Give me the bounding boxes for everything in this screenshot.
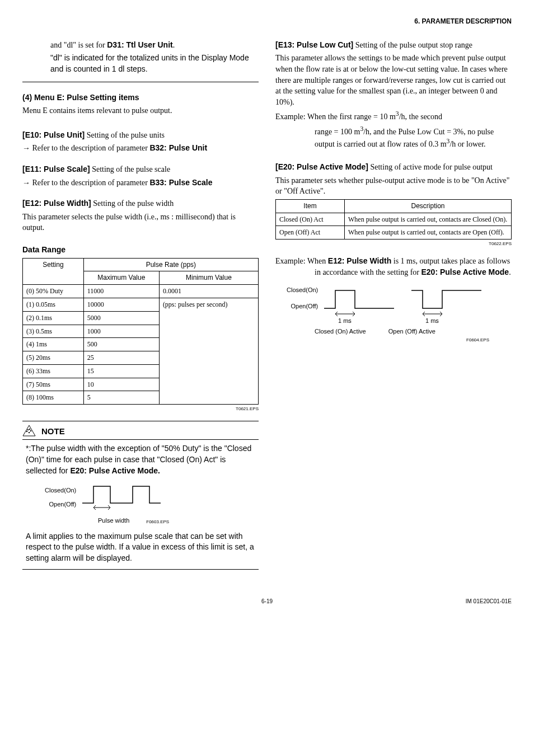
e13-example-line2: range = 100 m3/h, and the Pulse Low Cut … bbox=[275, 125, 512, 150]
note-body-2: A limit applies to the maximum pulse sca… bbox=[26, 531, 255, 564]
e12-line: [E12: Pulse Width] Setting of the pulse … bbox=[22, 198, 259, 209]
e11-line: [E11: Pulse Scale] Setting of the pulse … bbox=[22, 164, 259, 175]
e10-rest: Setting of the pulse units bbox=[85, 131, 165, 139]
cell: (4) 1ms bbox=[23, 338, 84, 351]
e11-head: [E11: Pulse Scale] bbox=[22, 165, 90, 173]
page-footer: 6-19 IM 01E20C01-01E bbox=[22, 598, 512, 605]
table-row: Open (Off) Act When pulse output is carr… bbox=[276, 226, 512, 240]
cell: (7) 50ms bbox=[23, 378, 84, 391]
ex20b: E12: Pulse Width bbox=[328, 256, 391, 265]
e20-example: Example: When E12: Pulse Width is 1 ms, … bbox=[275, 256, 512, 278]
svg-point-3 bbox=[29, 429, 30, 430]
fig-closed-label: Closed(On) bbox=[45, 486, 76, 495]
open-active-waveform-icon: 1 ms bbox=[409, 286, 493, 325]
cell: 500 bbox=[83, 338, 159, 351]
intro-line-2: "dl" is indicated for the totalized unit… bbox=[50, 53, 259, 74]
intro1a: and "dl" is set for bbox=[50, 41, 107, 49]
svg-point-2 bbox=[27, 429, 29, 430]
pulse-waveform-icon bbox=[79, 481, 175, 514]
ex20e: . bbox=[509, 268, 511, 276]
page-number: 6-19 bbox=[185, 598, 348, 605]
intro1b: D31: Ttl User Unit bbox=[107, 40, 172, 49]
e20-para: This parameter sets whether pulse-output… bbox=[275, 175, 512, 197]
im-code: IM 01E20C01-01E bbox=[349, 598, 512, 605]
e12-rest: Setting of the pulse width bbox=[91, 199, 174, 208]
cell: (2) 0.1ms bbox=[23, 311, 84, 325]
cell: 0.0001 bbox=[159, 285, 258, 298]
table2-eps: T0622.EPS bbox=[275, 241, 512, 247]
intro1c: . bbox=[173, 41, 175, 49]
active-mode-table: Item Description Closed (On) Act When pu… bbox=[275, 199, 512, 240]
th-item: Item bbox=[276, 199, 345, 213]
e11-ref: → Refer to the description of parameter … bbox=[22, 177, 259, 189]
e11-ref1: Refer to the description of parameter bbox=[30, 179, 149, 187]
e11-rest: Setting of the pulse scale bbox=[90, 165, 170, 173]
cell: When pulse output is carried out, contac… bbox=[345, 213, 512, 226]
note-label: NOTE bbox=[41, 425, 65, 437]
intro-line-1: and "dl" is set for D31: Ttl User Unit. bbox=[50, 40, 259, 51]
e20-rest: Setting of active mode for pulse output bbox=[368, 163, 493, 171]
cell: 15 bbox=[83, 364, 159, 378]
svg-point-4 bbox=[30, 430, 31, 431]
e11-ref2: B33: Pulse Scale bbox=[149, 178, 212, 187]
th-min: Minimum Value bbox=[159, 271, 258, 285]
cell: (5) 20ms bbox=[23, 351, 84, 365]
ex2c: /h or lower. bbox=[449, 140, 485, 148]
note-triangle-icon bbox=[22, 425, 36, 437]
e20-head: [E20: Pulse Active Mode] bbox=[275, 162, 368, 171]
menu-e-heading: (4) Menu E: Pulse Setting items bbox=[22, 92, 259, 104]
cell: (1) 0.05ms bbox=[23, 298, 84, 311]
e12-para: This parameter selects the pulse width (… bbox=[22, 212, 259, 233]
cell: 1000 bbox=[83, 325, 159, 338]
svg-point-5 bbox=[29, 432, 30, 433]
svg-marker-0 bbox=[23, 425, 35, 436]
fig2-open-active: Open (Off) Active bbox=[388, 327, 435, 336]
fig-eps: F0603.EPS bbox=[146, 519, 169, 525]
cell: Open (Off) Act bbox=[276, 226, 345, 240]
menu-e-desc: Menu E contains items relevant to pulse … bbox=[22, 105, 259, 116]
cell: (pps: pulses per second) bbox=[159, 298, 258, 404]
svg-point-1 bbox=[26, 431, 27, 432]
note-body1-bold: E20: Pulse Active Mode. bbox=[70, 466, 160, 475]
cell: (6) 33ms bbox=[23, 364, 84, 378]
cell: 10 bbox=[83, 378, 159, 391]
cell: (0) 50% Duty bbox=[23, 285, 84, 298]
cell: Closed (On) Act bbox=[276, 213, 345, 226]
left-column: and "dl" is set for D31: Ttl User Unit. … bbox=[22, 37, 259, 576]
fig2-closed-active: Closed (On) Active bbox=[315, 327, 366, 336]
e13-example-line1: Example: When the first range = 10 m3/h,… bbox=[275, 110, 512, 122]
e12-head: [E12: Pulse Width] bbox=[22, 199, 91, 208]
e13-para: This parameter allows the settings to be… bbox=[275, 53, 512, 107]
fig2-closed: Closed(On) bbox=[287, 286, 318, 294]
table1-eps: T0621.EPS bbox=[22, 406, 259, 412]
cell: (3) 0.5ms bbox=[23, 325, 84, 338]
cell: 5 bbox=[83, 391, 159, 405]
cell: When pulse output is carried out, contac… bbox=[345, 226, 512, 240]
cell: (8) 100ms bbox=[23, 391, 84, 405]
table-row: (0) 50% Duty 11000 0.0001 bbox=[23, 285, 259, 298]
cell: 11000 bbox=[83, 285, 159, 298]
closed-active-waveform-icon: 1 ms bbox=[321, 286, 405, 325]
th-desc: Description bbox=[345, 199, 512, 213]
ex20a: Example: When bbox=[275, 257, 328, 265]
e10-head: [E10: Pulse Unit] bbox=[22, 130, 85, 139]
cell: 5000 bbox=[83, 311, 159, 325]
cell: 25 bbox=[83, 351, 159, 365]
pulse-rate-table: Setting Pulse Rate (pps) Maximum Value M… bbox=[22, 258, 259, 405]
e10-line: [E10: Pulse Unit] Setting of the pulse u… bbox=[22, 130, 259, 141]
e10-ref1: Refer to the description of parameter bbox=[30, 144, 149, 152]
e10-ref: → Refer to the description of parameter … bbox=[22, 143, 259, 154]
fig2-ms-1: 1 ms bbox=[338, 317, 352, 324]
fig2-open: Open(Off) bbox=[287, 302, 318, 311]
e13-rest: Setting of the pulse output stop range bbox=[353, 41, 472, 49]
ex1a: Example: When the first range = 10 m bbox=[275, 112, 396, 121]
fig2-eps: F0604.EPS bbox=[275, 337, 489, 343]
right-column: [E13: Pulse Low Cut] Setting of the puls… bbox=[275, 37, 512, 576]
th-setting: Setting bbox=[23, 258, 84, 285]
ex20d: E20: Pulse Active Mode bbox=[421, 267, 509, 276]
fig2-ms-2: 1 ms bbox=[425, 317, 439, 324]
data-range-heading: Data Range bbox=[22, 245, 259, 256]
table-row: Closed (On) Act When pulse output is car… bbox=[276, 213, 512, 226]
e20-line: [E20: Pulse Active Mode] Setting of acti… bbox=[275, 162, 512, 173]
fig-open-label: Open(Off) bbox=[45, 500, 76, 509]
